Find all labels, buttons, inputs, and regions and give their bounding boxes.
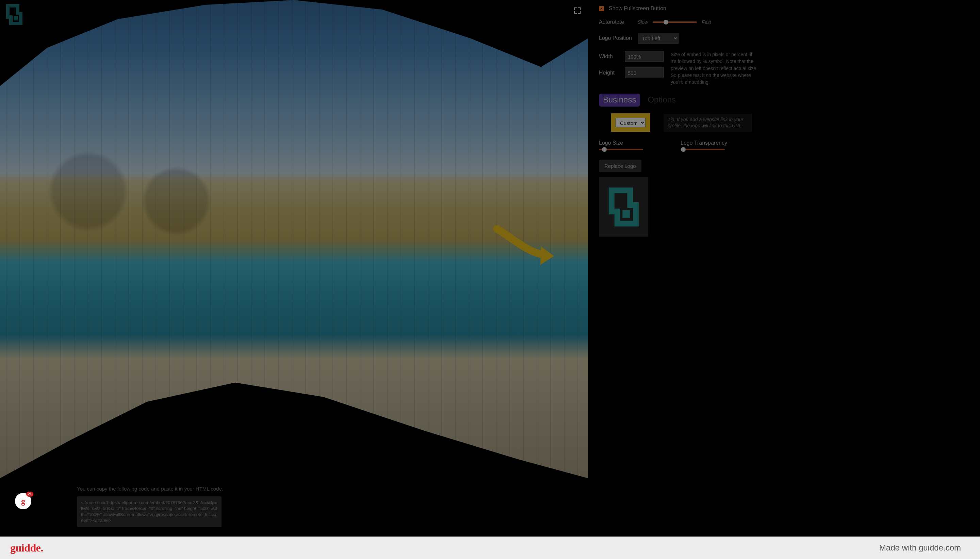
footer-made-with: Made with guidde.com [879, 543, 961, 552]
tab-business[interactable]: Business [599, 94, 640, 107]
logo-select[interactable]: Custom [615, 118, 645, 127]
replace-logo-button[interactable]: Replace Logo [599, 160, 642, 172]
svg-rect-0 [13, 17, 18, 20]
logo-select-highlight: Custom [611, 113, 650, 132]
brand-logo [6, 4, 23, 25]
guidde-floating-icon[interactable]: g 21 [15, 493, 31, 509]
autorotate-label: Autorotate [599, 19, 633, 25]
embed-instruction: You can copy the following code and past… [77, 486, 579, 491]
panorama-preview[interactable] [0, 0, 588, 478]
logo-preview [599, 177, 648, 237]
autorotate-fast-label: Fast [702, 20, 711, 25]
show-fullscreen-label: Show Fullscreen Button [609, 5, 666, 12]
guidde-g-icon: g [21, 497, 25, 506]
slider-thumb[interactable] [681, 147, 686, 152]
width-label: Width [599, 53, 620, 60]
svg-rect-1 [622, 210, 630, 218]
logo-tip: Tip: If you add a website link in your p… [663, 114, 752, 132]
autorotate-slow-label: Slow [638, 20, 648, 25]
fullscreen-icon[interactable] [574, 7, 581, 14]
logo-size-slider[interactable] [599, 149, 643, 150]
logo-position-label: Logo Position [599, 35, 633, 41]
autorotate-slider[interactable] [653, 22, 697, 23]
height-input[interactable] [625, 68, 664, 78]
footer-bar: guidde. Made with guidde.com [0, 536, 980, 559]
logo-position-select[interactable]: Top Left [638, 33, 678, 44]
width-input[interactable] [625, 51, 664, 62]
tab-options[interactable]: Options [643, 94, 680, 107]
logo-transparency-label: Logo Transparency [681, 140, 727, 146]
height-label: Height [599, 70, 620, 76]
size-hint: Size of embed is in pixels or percent, i… [671, 51, 759, 86]
show-fullscreen-checkbox[interactable]: ✓ [599, 6, 604, 11]
panorama-image [0, 0, 588, 478]
logo-size-label: Logo Size [599, 140, 643, 146]
settings-panel: ✓ Show Fullscreen Button Autorotate Slow… [588, 0, 980, 536]
slider-thumb[interactable] [602, 147, 607, 152]
notification-badge: 21 [26, 491, 33, 497]
logo-transparency-slider[interactable] [681, 149, 725, 150]
footer-brand: guidde. [10, 542, 43, 554]
slider-thumb[interactable] [663, 20, 668, 25]
embed-code-box[interactable]: <iframe src="https://teliportme.com/embe… [77, 496, 221, 527]
